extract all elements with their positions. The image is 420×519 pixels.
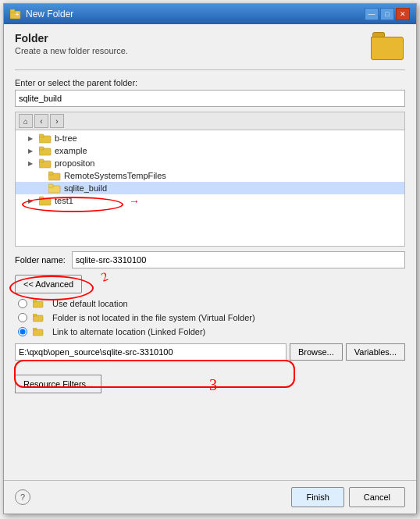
folder-name-label: Folder name:: [15, 255, 66, 265]
tree-toolbar: ⌂ ‹ ›: [15, 112, 405, 130]
folder-name-input[interactable]: [72, 251, 405, 268]
svg-rect-10: [48, 172, 53, 175]
tree-item-label: RemoteSystemsTempFiles: [64, 171, 166, 180]
resource-filters-button[interactable]: Resource Filters...: [15, 375, 101, 393]
svg-text:+: +: [16, 12, 19, 17]
path-row: Browse... Variables...: [15, 343, 405, 361]
path-input[interactable]: [15, 343, 287, 361]
svg-rect-20: [33, 328, 37, 330]
cancel-button[interactable]: Cancel: [349, 487, 405, 507]
svg-rect-4: [39, 134, 44, 137]
svg-rect-16: [33, 300, 37, 302]
folder-tree[interactable]: ▶ b-tree ▶ example: [15, 130, 405, 247]
folder-icon-small: [32, 326, 44, 337]
minimize-button[interactable]: —: [365, 8, 379, 20]
tree-item[interactable]: ▶ test1: [16, 194, 404, 207]
section-subtitle: Create a new folder resource.: [15, 46, 128, 55]
expand-arrow: ▶: [28, 197, 37, 204]
folder-icon-small: [32, 312, 44, 323]
window-title: New Folder: [26, 9, 73, 20]
radio-linked-label: Link to alternate location (Linked Folde…: [52, 327, 205, 336]
radio-virtual-input[interactable]: [18, 313, 27, 322]
tree-item-label: propositon: [55, 158, 94, 168]
forward-button[interactable]: ›: [50, 114, 64, 128]
section-title: Folder: [15, 32, 128, 44]
parent-folder-label: Enter or select the parent folder:: [15, 78, 405, 87]
folder-icon: [39, 195, 52, 206]
folder-icon: [48, 170, 61, 181]
variables-button[interactable]: Variables...: [346, 343, 405, 361]
back-button[interactable]: ‹: [34, 114, 48, 128]
tree-item-label: example: [55, 146, 87, 155]
tree-item[interactable]: ▶ example: [16, 144, 404, 157]
bottom-bar: ? Finish Cancel: [4, 480, 416, 514]
folder-icon-small: [32, 298, 44, 309]
expand-arrow: ▶: [28, 148, 37, 155]
folder-icon-large: [371, 32, 405, 62]
radio-default-input[interactable]: [18, 299, 27, 308]
home-button[interactable]: ⌂: [19, 114, 33, 128]
svg-rect-12: [48, 184, 53, 187]
radio-virtual-label: Folder is not located in the file system…: [52, 313, 255, 322]
maximize-button[interactable]: □: [380, 8, 394, 20]
svg-rect-18: [33, 314, 37, 316]
finish-button[interactable]: Finish: [291, 487, 343, 507]
svg-rect-1: [10, 9, 15, 12]
tree-item-selected[interactable]: ▶ sqlite_build: [16, 182, 404, 194]
folder-icon: [39, 145, 52, 156]
folder-name-row: Folder name:: [15, 251, 405, 268]
radio-default-location[interactable]: Use default location: [18, 298, 405, 309]
svg-rect-8: [39, 159, 44, 162]
close-button[interactable]: ✕: [396, 8, 410, 20]
tree-item-label: sqlite_build: [64, 183, 107, 193]
svg-rect-14: [39, 197, 44, 200]
title-bar: + New Folder — □ ✕: [4, 4, 416, 24]
expand-arrow: ▶: [28, 135, 37, 142]
tree-item[interactable]: ▶ RemoteSystemsTempFiles: [16, 169, 404, 182]
title-bar-icon: +: [10, 9, 21, 20]
parent-folder-section: Enter or select the parent folder:: [15, 78, 405, 107]
title-bar-buttons: — □ ✕: [365, 8, 410, 20]
expand-arrow: ▶: [28, 160, 37, 167]
parent-folder-input[interactable]: [15, 90, 405, 107]
radio-default-label: Use default location: [52, 299, 128, 308]
folder-icon: [48, 183, 61, 194]
advanced-button[interactable]: << Advanced: [15, 275, 82, 293]
radio-linked-folder[interactable]: Link to alternate location (Linked Folde…: [18, 326, 405, 337]
help-button[interactable]: ?: [15, 489, 30, 505]
browse-button[interactable]: Browse...: [290, 343, 343, 361]
tree-item[interactable]: ▶ b-tree: [16, 132, 404, 144]
folder-icon: [39, 158, 52, 169]
tree-item-label: b-tree: [55, 133, 77, 143]
location-options: Use default location Folder is not locat…: [15, 298, 405, 337]
tree-item[interactable]: ▶ propositon: [16, 157, 404, 169]
radio-virtual-folder[interactable]: Folder is not located in the file system…: [18, 312, 405, 323]
tree-item-label: test1: [55, 196, 73, 205]
folder-icon: [39, 133, 52, 144]
svg-rect-6: [39, 147, 44, 150]
radio-linked-input[interactable]: [18, 327, 27, 336]
